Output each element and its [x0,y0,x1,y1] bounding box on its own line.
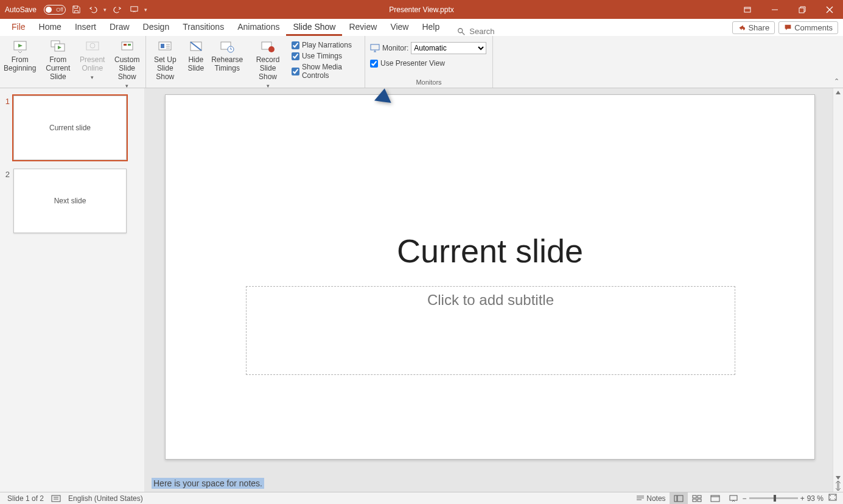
show-media-label: Show Media Controls [302,63,359,80]
comments-button[interactable]: Comments [778,21,838,34]
qat-customize-icon[interactable]: ▾ [144,7,147,13]
search-box[interactable] [457,27,542,36]
save-icon[interactable] [69,3,83,16]
tab-view[interactable]: View [383,19,415,36]
use-timings-label: Use Timings [302,52,342,60]
fit-window-icon[interactable] [826,494,839,503]
slide-thumbnail-1[interactable]: Current slide [13,96,127,160]
minimize-icon[interactable] [761,0,788,19]
canvas-area[interactable]: Current slide Click to add subtitle [144,88,833,475]
monitor-icon [370,44,380,52]
tab-animations[interactable]: Animations [231,19,286,36]
reading-view-icon[interactable] [706,492,724,505]
tab-review[interactable]: Review [342,19,383,36]
from-current-label: From Current Slide [43,55,72,81]
notes-text[interactable]: Here is your space for notes. [152,478,264,489]
notes-button-label: Notes [646,494,665,503]
setup-show-label: Set Up Slide Show [150,55,180,81]
present-online-button[interactable]: Present Online [76,38,108,83]
slide-canvas[interactable]: Current slide Click to add subtitle [165,94,815,460]
tab-insert[interactable]: Insert [68,19,103,36]
from-current-button[interactable]: From Current Slide [40,38,76,82]
use-presenter-checkbox[interactable]: Use Presenter View [370,59,486,68]
scroll-up-icon[interactable] [835,89,841,96]
sorter-view-icon[interactable] [688,492,706,505]
quick-access-toolbar: AutoSave Off ▾ ▾ [0,3,147,16]
normal-view-icon[interactable] [670,492,688,505]
search-icon [457,27,466,36]
share-label: Share [748,23,769,32]
monitor-label: Monitor: [382,44,408,52]
zoom-percent[interactable]: 93 % [807,494,824,503]
autosave-toggle[interactable]: Off [44,5,66,15]
svg-rect-22 [677,495,683,502]
setup-show-icon [157,40,173,54]
slideshow-icon[interactable] [127,3,141,16]
rehearse-label: Rehearse Timings [211,55,243,72]
comments-label: Comments [794,23,833,32]
custom-show-button[interactable]: Custom Slide Show [108,38,145,91]
record-icon [260,40,276,54]
play-narrations-checkbox[interactable]: Play Narrations [292,41,359,49]
title-placeholder[interactable]: Current slide [166,232,814,270]
svg-rect-0 [130,7,137,12]
ribbon-tabs: File Home Insert Draw Design Transitions… [0,19,843,36]
zoom-in-icon[interactable]: + [800,494,805,503]
hide-slide-button[interactable]: Hide Slide [184,38,208,74]
zoom-out-icon[interactable]: − [743,494,747,503]
status-bar: Slide 1 of 2 English (United States) Not… [0,492,843,504]
tab-file[interactable]: File [5,19,32,36]
restore-icon[interactable] [788,0,816,19]
svg-point-8 [90,43,95,48]
tab-transitions[interactable]: Transitions [176,19,231,36]
svg-rect-11 [128,44,131,46]
subtitle-placeholder[interactable]: Click to add subtitle [246,286,735,375]
present-online-label: Present Online [80,55,105,72]
undo-icon[interactable] [86,3,100,16]
record-button[interactable]: Record Slide Show [247,38,289,91]
from-beginning-button[interactable]: From Beginning [0,38,40,74]
scroll-down-icon[interactable] [835,475,841,481]
tab-draw[interactable]: Draw [103,19,136,36]
collapse-ribbon-icon[interactable]: ⌃ [834,77,839,85]
language-status[interactable]: English (United States) [65,492,147,505]
notes-button[interactable]: Notes [632,492,669,505]
next-slide-icon[interactable] [835,486,841,491]
setup-show-button[interactable]: Set Up Slide Show [146,38,184,82]
slide-counter[interactable]: Slide 1 of 2 [4,492,47,505]
tab-home[interactable]: Home [32,19,68,36]
svg-rect-23 [693,495,696,498]
window-controls [733,0,843,19]
share-button[interactable]: Share [732,21,775,34]
slide-thumbnail-2[interactable]: Next slide [13,169,127,233]
tab-slide-show[interactable]: Slide Show [286,19,342,36]
use-timings-checkbox[interactable]: Use Timings [292,52,359,60]
comments-icon [784,24,792,32]
svg-rect-21 [674,495,677,502]
monitor-select[interactable]: Automatic [411,42,486,54]
ribbon-display-icon[interactable] [733,0,761,19]
show-media-checkbox[interactable]: Show Media Controls [292,63,359,80]
rehearse-icon [219,40,235,54]
notes-pane[interactable]: Here is your space for notes. [144,475,833,492]
tab-help[interactable]: Help [415,19,446,36]
play-narrations-label: Play Narrations [302,41,352,49]
undo-dropdown-icon[interactable]: ▾ [103,7,107,13]
prev-slide-icon[interactable] [835,481,841,486]
tab-design[interactable]: Design [136,19,177,36]
share-icon [738,24,746,32]
svg-rect-1 [744,7,750,12]
custom-show-icon [119,40,135,54]
vertical-scrollbar[interactable] [833,88,843,492]
close-icon[interactable] [816,0,843,19]
slide-thumbnail-panel[interactable]: 1 Current slide 2 Next slide [0,88,144,492]
redo-icon[interactable] [110,3,124,16]
spellcheck-icon[interactable] [47,492,65,505]
slideshow-view-icon[interactable] [724,492,743,505]
search-input[interactable] [469,27,542,36]
svg-rect-10 [124,44,127,46]
rehearse-button[interactable]: Rehearse Timings [208,38,247,74]
zoom-slider[interactable] [749,497,798,499]
slide-number: 2 [4,169,13,179]
use-presenter-label: Use Presenter View [380,59,445,68]
